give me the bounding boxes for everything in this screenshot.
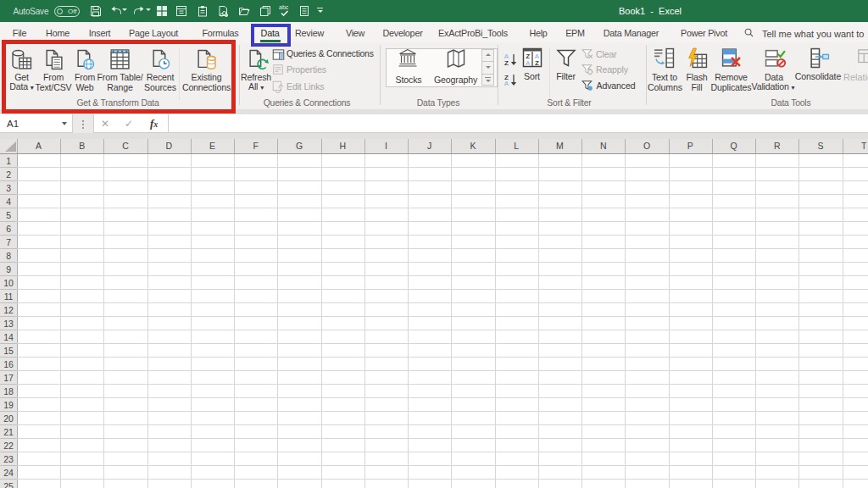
svg-text:Z: Z	[534, 59, 538, 67]
svg-text:A: A	[525, 59, 530, 67]
